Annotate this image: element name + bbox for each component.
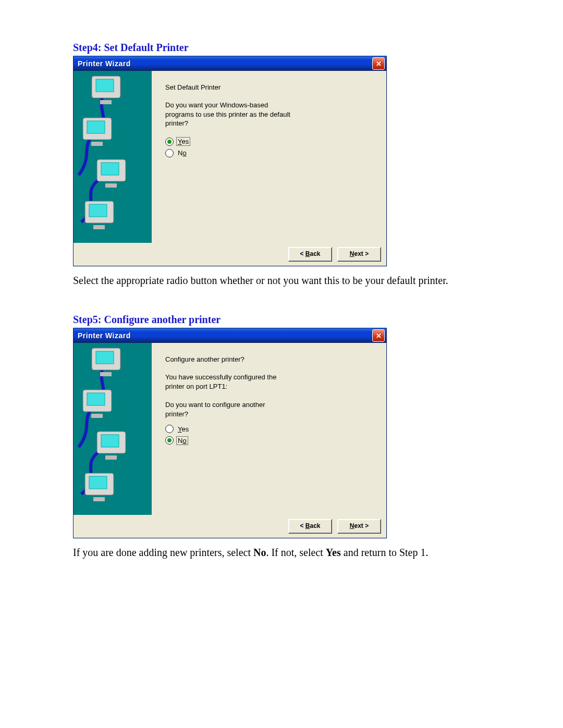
radio-icon — [165, 149, 174, 157]
content-body-1: You have successfully configured the pri… — [165, 373, 296, 391]
window-title: Printer Wizard — [78, 331, 131, 340]
svg-rect-22 — [105, 455, 117, 460]
svg-rect-9 — [105, 183, 117, 188]
svg-rect-25 — [93, 497, 105, 501]
close-icon: ✕ — [376, 60, 382, 68]
wizard-content: Set Default Printer Do you want your Win… — [152, 71, 386, 243]
svg-rect-12 — [93, 225, 105, 229]
wizard-sidebar-art — [74, 71, 152, 243]
radio-yes[interactable]: Yes — [165, 138, 377, 146]
content-heading: Set Default Printer — [165, 83, 377, 91]
svg-rect-8 — [101, 163, 119, 175]
svg-rect-21 — [101, 435, 119, 447]
svg-rect-24 — [89, 476, 107, 489]
content-heading: Configure another printer? — [165, 355, 377, 363]
titlebar: Printer Wizard ✕ — [74, 328, 386, 343]
content-body-2: Do you want to configure another printer… — [165, 400, 270, 418]
next-button[interactable]: Next > — [337, 519, 381, 534]
wizard-sidebar-art — [74, 343, 152, 515]
svg-rect-2 — [96, 79, 114, 92]
wizard-content: Configure another printer? You have succ… — [152, 343, 386, 515]
close-icon: ✕ — [376, 332, 382, 340]
default-printer-radio-group: Yes No — [165, 138, 377, 157]
radio-icon — [165, 436, 174, 445]
next-button[interactable]: Next > — [337, 247, 381, 262]
radio-no[interactable]: No — [165, 436, 377, 445]
step5-window: Printer Wizard ✕ Configure another print… — [73, 328, 387, 538]
svg-rect-16 — [100, 372, 112, 376]
svg-rect-18 — [87, 393, 105, 405]
svg-rect-15 — [96, 351, 114, 364]
svg-rect-3 — [100, 100, 112, 104]
close-button[interactable]: ✕ — [372, 329, 385, 342]
step4-window: Printer Wizard ✕ Set Default Prin — [73, 56, 387, 266]
button-row: < Back Next > — [74, 243, 386, 266]
button-row: < Back Next > — [74, 515, 386, 538]
svg-rect-5 — [87, 121, 105, 133]
step5-heading: Step5: Configure another printer — [73, 314, 490, 326]
close-button[interactable]: ✕ — [372, 57, 385, 70]
content-body: Do you want your Windows-based programs … — [165, 101, 296, 128]
titlebar: Printer Wizard ✕ — [74, 56, 386, 71]
radio-yes-label: Yes — [177, 425, 190, 433]
radio-no-label: No — [177, 149, 188, 157]
window-title: Printer Wizard — [78, 59, 131, 68]
radio-yes[interactable]: Yes — [165, 425, 377, 433]
radio-no[interactable]: No — [165, 149, 377, 157]
back-button[interactable]: < Back — [288, 519, 332, 534]
step4-caption: Select the appropriate radio button whet… — [73, 274, 490, 288]
radio-icon — [165, 138, 174, 146]
configure-another-radio-group: Yes No — [165, 425, 377, 445]
back-button[interactable]: < Back — [288, 247, 332, 262]
step4-heading: Step4: Set Default Printer — [73, 42, 490, 54]
svg-rect-11 — [89, 204, 107, 217]
radio-yes-label: Yes — [177, 138, 190, 145]
radio-icon — [165, 425, 174, 433]
radio-no-label: No — [177, 437, 188, 445]
svg-rect-19 — [91, 414, 103, 418]
svg-rect-6 — [91, 142, 103, 146]
step5-caption: If you are done adding new printers, sel… — [73, 546, 490, 560]
